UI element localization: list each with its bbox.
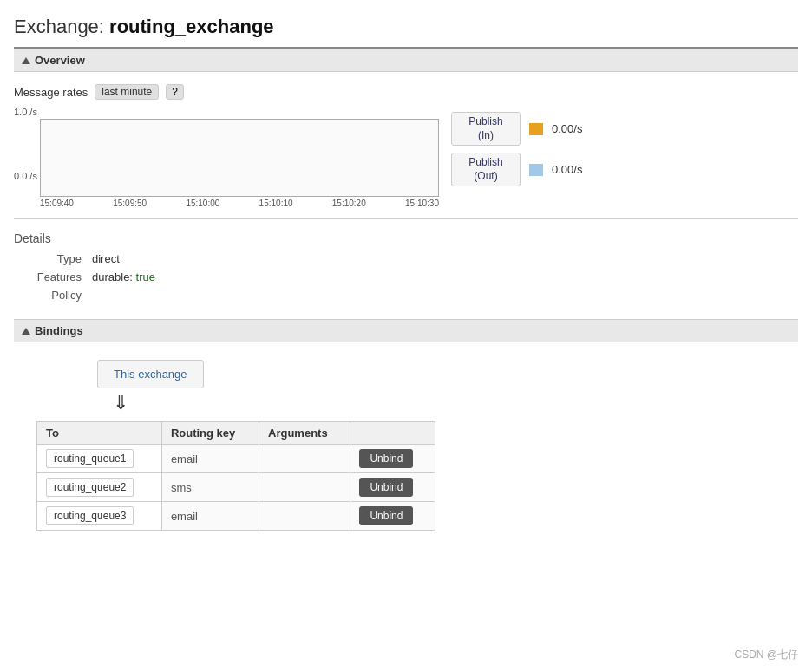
details-title: Details [14,231,798,245]
routing-key-cell-3: email [161,502,259,531]
unbind-button-3[interactable]: Unbind [359,506,413,525]
col-action [350,422,435,445]
routing-key-val-1: email [171,453,198,466]
publish-in-rate: 0.00/s [552,122,582,135]
table-row: routing_queue2 sms Unbind [37,473,435,502]
features-label: Features [23,270,92,283]
arguments-cell-3 [259,502,350,531]
col-to: To [37,422,162,445]
x-label-1: 15:09:50 [113,199,147,208]
unbind-button-1[interactable]: Unbind [359,449,413,468]
unbind-cell-2: Unbind [350,473,435,502]
features-value: durable: true [92,270,155,283]
arguments-cell-2 [259,473,350,502]
message-rates-label: Message rates [14,86,88,99]
chart-y-bottom-label: 0.0 /s [14,171,37,181]
chart-legend: Publish (In) 0.00/s Publish (Out) 0.00/s [451,107,582,186]
publish-out-rate: 0.00/s [552,163,582,176]
publish-out-color-icon [529,164,543,176]
x-label-0: 15:09:40 [40,199,74,208]
exchange-name: routing_exchange [109,16,273,37]
message-rates-row: Message rates last minute ? [14,79,798,107]
chart-and-legend: 1.0 /s 0.0 /s 15:09:40 15:09:50 15:10:00… [14,107,798,208]
divider-1 [14,218,798,219]
queue-box-1: routing_queue1 [46,449,134,468]
chart-box [40,119,439,197]
publish-in-button[interactable]: Publish (In) [451,112,521,146]
col-arguments: Arguments [259,422,350,445]
collapse-triangle-icon [22,57,30,64]
details-row-features: Features durable: true [23,270,798,283]
publish-out-button[interactable]: Publish (Out) [451,153,521,186]
details-row-policy: Policy [23,289,798,302]
x-label-4: 15:10:20 [332,199,366,208]
details-row-type: Type direct [23,252,798,265]
table-header-row: To Routing key Arguments [37,422,435,445]
watermark: CSDN @七仔 [734,648,798,662]
unbind-cell-1: Unbind [350,445,435,473]
x-label-5: 15:10:30 [405,199,439,208]
details-table: Type direct Features durable: true Polic… [23,252,798,302]
this-exchange-button[interactable]: This exchange [97,360,204,388]
x-label-2: 15:10:00 [186,199,219,208]
time-filter-badge[interactable]: last minute [95,84,159,100]
queue-box-3: routing_queue3 [46,506,134,525]
arguments-cell-1 [259,445,350,473]
routing-key-cell-2: sms [161,473,259,502]
publish-in-color-icon [529,123,543,135]
routing-key-val-2: sms [171,481,192,494]
bindings-collapse-triangle-icon [22,328,30,335]
arrow-down-icon: ⇓ [113,392,784,414]
x-label-3: 15:10:10 [259,199,293,208]
chart-x-labels: 15:09:40 15:09:50 15:10:00 15:10:10 15:1… [40,199,439,208]
type-label: Type [23,252,92,265]
unbind-button-2[interactable]: Unbind [359,478,413,497]
chart-y-top-label: 1.0 /s [14,107,37,117]
bindings-label: Bindings [35,324,83,337]
type-value: direct [92,252,120,265]
overview-label: Overview [35,54,85,67]
policy-label: Policy [23,289,92,302]
help-button[interactable]: ? [166,84,184,100]
col-routing-key: Routing key [161,422,259,445]
routing-key-val-3: email [171,510,198,523]
routing-key-cell-1: email [161,445,259,473]
unbind-cell-3: Unbind [350,502,435,531]
table-row: routing_queue1 email Unbind [37,445,435,473]
details-section: Details Type direct Features durable: tr… [14,226,798,316]
page-title: Exchange: routing_exchange [14,9,798,49]
queue-cell-3: routing_queue3 [37,502,162,531]
title-prefix: Exchange: [14,16,109,37]
bindings-section-header[interactable]: Bindings [14,319,798,342]
features-val: true [136,270,155,283]
legend-item-publish-in: Publish (In) 0.00/s [451,112,582,146]
bindings-content: This exchange ⇓ To Routing key Arguments… [14,349,798,541]
chart-area: 1.0 /s 0.0 /s 15:09:40 15:09:50 15:10:00… [14,107,430,208]
bindings-table: To Routing key Arguments routing_queue1 … [36,421,435,531]
queue-box-2: routing_queue2 [46,478,134,497]
table-row: routing_queue3 email Unbind [37,502,435,531]
features-key: durable: [92,270,136,283]
overview-section-header[interactable]: Overview [14,49,798,72]
queue-cell-1: routing_queue1 [37,445,162,473]
queue-cell-2: routing_queue2 [37,473,162,502]
legend-item-publish-out: Publish (Out) 0.00/s [451,153,582,186]
